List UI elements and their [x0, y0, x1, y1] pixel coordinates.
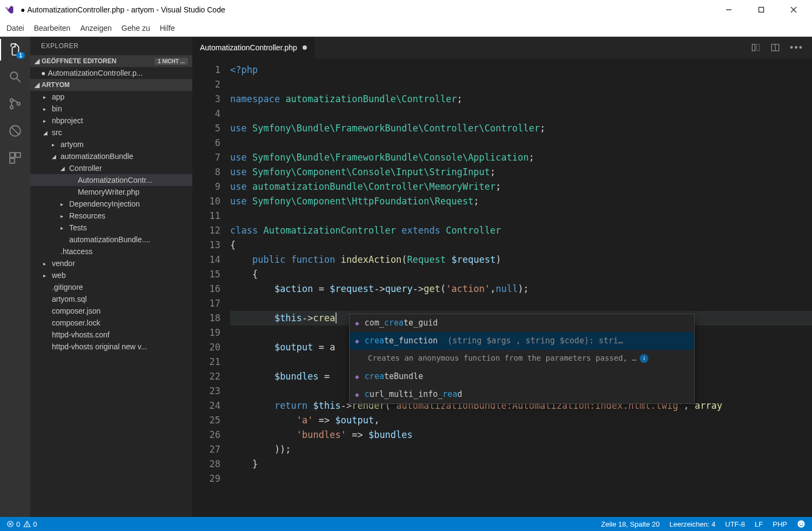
- close-button[interactable]: [786, 2, 801, 17]
- tree-item-label: Controller: [69, 164, 102, 172]
- tree-item-label: web: [52, 271, 66, 280]
- tree-item[interactable]: ▸vendor: [30, 257, 192, 269]
- more-icon[interactable]: •••: [790, 42, 803, 54]
- tree-item[interactable]: ▸artyom: [30, 138, 192, 150]
- tab-label: AutomatizationController.php: [200, 43, 297, 52]
- method-icon: ◈: [355, 369, 359, 384]
- source-control-icon[interactable]: [8, 96, 23, 111]
- split-editor-icon[interactable]: [770, 43, 780, 52]
- tree-item[interactable]: AutomatizationContr...: [30, 174, 192, 186]
- suggest-item[interactable]: ◈createBundle: [350, 368, 694, 386]
- workspace-header[interactable]: ◢ ARTYOM: [30, 79, 192, 91]
- status-indent[interactable]: Leerzeichen: 4: [669, 520, 715, 528]
- tree-item[interactable]: ▸DependencyInjection: [30, 198, 192, 210]
- tree-item[interactable]: ▸Tests: [30, 222, 192, 234]
- chevron-icon: ◢: [43, 130, 50, 136]
- chevron-icon: ▸: [61, 201, 67, 207]
- menu-goto[interactable]: Gehe zu: [122, 24, 150, 32]
- tree-item-label: artyom.sql: [52, 295, 87, 303]
- tree-item[interactable]: automatizationBundle....: [30, 234, 192, 245]
- tree-item[interactable]: ▸nbproject: [30, 115, 192, 127]
- tree-item[interactable]: composer.json: [30, 305, 192, 317]
- menu-edit[interactable]: Bearbeiten: [34, 24, 71, 32]
- debug-icon[interactable]: [8, 123, 23, 138]
- status-language[interactable]: PHP: [773, 520, 787, 528]
- svg-point-8: [17, 102, 20, 105]
- tree-item[interactable]: ◢automatizationBundle: [30, 150, 192, 162]
- tree-item[interactable]: ◢Controller: [30, 162, 192, 174]
- warnings-count: 0: [33, 520, 37, 528]
- tree-item[interactable]: ▸app: [30, 91, 192, 103]
- svg-rect-15: [757, 44, 760, 51]
- menu-view[interactable]: Anzeigen: [80, 24, 111, 32]
- tree-item[interactable]: .gitignore: [30, 281, 192, 293]
- file-tree: ▸app▸bin▸nbproject◢src▸artyom◢automatiza…: [30, 91, 192, 517]
- extensions-icon[interactable]: [8, 150, 23, 165]
- svg-point-4: [10, 72, 17, 79]
- chevron-down-icon: ◢: [35, 81, 39, 89]
- suggest-item[interactable]: ◈create_function(string $args , string $…: [350, 332, 694, 350]
- activity-bar: 1: [0, 37, 30, 517]
- status-warnings[interactable]: 0: [23, 520, 37, 528]
- workspace-label: ARTYOM: [42, 81, 70, 89]
- status-encoding[interactable]: UTF-8: [725, 520, 745, 528]
- tree-item-label: app: [52, 92, 64, 101]
- svg-point-22: [27, 526, 28, 526]
- search-icon[interactable]: [8, 69, 23, 84]
- explorer-icon[interactable]: 1: [8, 42, 23, 57]
- info-icon[interactable]: i: [640, 354, 648, 363]
- chevron-down-icon: ◢: [35, 57, 39, 65]
- maximize-button[interactable]: [754, 2, 769, 17]
- svg-rect-14: [752, 44, 755, 51]
- code-editor[interactable]: 1234567891011121314151617181920212223242…: [192, 58, 812, 517]
- vscode-logo-icon: [4, 5, 14, 15]
- tree-item[interactable]: httpd-vhosts.conf: [30, 329, 192, 341]
- tree-item[interactable]: artyom.sql: [30, 293, 192, 305]
- tree-item-label: AutomatizationContr...: [78, 176, 152, 184]
- status-errors[interactable]: 0: [6, 520, 20, 528]
- chevron-icon: ▸: [61, 213, 67, 219]
- svg-rect-12: [16, 152, 21, 157]
- statusbar: 0 0 Zeile 18, Spalte 20 Leerzeichen: 4 U…: [0, 517, 812, 531]
- suggest-signature: (string $args , string $code): stri…: [447, 334, 623, 348]
- tree-item-label: automatizationBundle....: [69, 235, 150, 244]
- chevron-icon: ▸: [43, 261, 50, 267]
- svg-line-5: [17, 78, 21, 82]
- suggest-item[interactable]: ◈com_create_guid: [350, 314, 694, 332]
- tree-item[interactable]: ▸bin: [30, 103, 192, 115]
- window-title: AutomatizationController.php - artyom - …: [27, 5, 225, 14]
- tab-active[interactable]: AutomatizationController.php: [192, 37, 314, 58]
- errors-count: 0: [16, 520, 20, 528]
- tree-item-label: artyom: [61, 140, 84, 149]
- line-gutter: 1234567891011121314151617181920212223242…: [192, 58, 230, 517]
- method-icon: ◈: [355, 387, 359, 402]
- open-editors-label: GEÖFFNETE EDITOREN: [42, 57, 116, 65]
- status-cursor-pos[interactable]: Zeile 18, Spalte 20: [601, 520, 660, 528]
- tree-item[interactable]: ▸Resources: [30, 210, 192, 222]
- tree-item-label: src: [52, 128, 62, 137]
- status-eol[interactable]: LF: [755, 520, 763, 528]
- suggest-item[interactable]: ◈curl_multi_info_read: [350, 386, 694, 403]
- tree-item-label: vendor: [52, 259, 75, 268]
- menu-file[interactable]: Datei: [6, 24, 24, 32]
- tree-item[interactable]: composer.lock: [30, 317, 192, 329]
- code-content[interactable]: <?phpnamespace automatizationBundle\Cont…: [230, 58, 812, 517]
- open-editor-item[interactable]: ● AutomatizationController.p...: [30, 67, 192, 79]
- open-editors-header[interactable]: ◢ GEÖFFNETE EDITOREN 1 NICHT ...: [30, 55, 192, 67]
- tree-item[interactable]: .htaccess: [30, 245, 192, 257]
- minimize-button[interactable]: [721, 2, 736, 17]
- suggest-widget[interactable]: ◈com_create_guid◈create_function(string …: [349, 314, 695, 404]
- compare-icon[interactable]: [751, 43, 761, 52]
- tree-item[interactable]: ◢src: [30, 127, 192, 138]
- chevron-icon: ▸: [52, 142, 58, 148]
- sidebar-title: EXPLORER: [30, 37, 192, 55]
- tree-item[interactable]: MemoryWriter.php: [30, 186, 192, 198]
- tree-item-label: httpd-vhosts.conf: [52, 330, 110, 339]
- menu-help[interactable]: Hilfe: [160, 24, 175, 32]
- editor-area: AutomatizationController.php ••• 1234567…: [192, 37, 812, 517]
- tree-item[interactable]: httpd-vhosts original new v...: [30, 341, 192, 353]
- method-icon: ◈: [355, 334, 359, 348]
- feedback-icon[interactable]: [797, 520, 806, 528]
- tree-item[interactable]: ▸web: [30, 269, 192, 281]
- suggest-description: Creates an anonymous function from the p…: [350, 350, 694, 368]
